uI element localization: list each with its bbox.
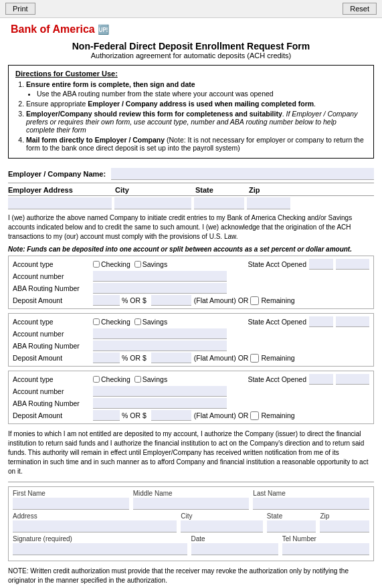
employer-city-input[interactable] xyxy=(114,197,191,209)
sig-address-field: Address xyxy=(13,512,177,532)
middle-name-input[interactable] xyxy=(133,498,250,510)
address-header-row: Employer Address City State Zip xyxy=(8,185,374,196)
reset-button[interactable]: Reset xyxy=(343,3,377,15)
signature-input[interactable] xyxy=(13,543,187,555)
sig-state-input[interactable] xyxy=(267,520,316,532)
checking-checkbox-3[interactable] xyxy=(93,376,100,383)
aba-input-1[interactable] xyxy=(93,283,227,294)
remaining-checkbox-2[interactable] xyxy=(250,354,259,363)
aba-label-3: ABA Routing Number xyxy=(13,399,93,407)
sig-city-label: City xyxy=(181,512,263,520)
acct-num-input-1[interactable] xyxy=(93,271,227,282)
last-name-input[interactable] xyxy=(253,498,369,510)
checking-label-3[interactable]: Checking xyxy=(93,375,130,383)
employer-company-input[interactable] xyxy=(111,168,374,180)
date-input[interactable] xyxy=(191,543,278,555)
top-bar: Print Reset xyxy=(0,0,382,18)
savings-label-3[interactable]: Savings xyxy=(134,375,167,383)
acct-num-input-2[interactable] xyxy=(93,328,227,339)
sig-sig-row: Signature (required) Date Tel Number xyxy=(13,535,369,555)
tel-field: Tel Number xyxy=(282,535,369,555)
savings-text-3: Savings xyxy=(142,375,167,383)
sig-city-input[interactable] xyxy=(181,520,263,532)
sig-zip-field: Zip xyxy=(320,512,369,532)
date-field: Date xyxy=(191,535,278,555)
deposit-dollar-input-1[interactable] xyxy=(151,295,191,306)
aba-input-3[interactable] xyxy=(93,398,227,409)
checking-label-1[interactable]: Checking xyxy=(93,260,130,268)
state-acct-opened-label-1: State Acct Opened xyxy=(248,260,306,268)
checking-checkbox-1[interactable] xyxy=(93,261,100,268)
first-name-input[interactable] xyxy=(13,498,129,510)
tel-input[interactable] xyxy=(282,543,369,555)
deposit-label-1: Deposit Amount xyxy=(13,296,93,304)
divider xyxy=(8,482,374,482)
tel-label: Tel Number xyxy=(282,535,369,543)
acct-num-row-1: Account number xyxy=(13,271,369,282)
account-section-1: Account type Checking Savings State Acct… xyxy=(8,256,374,309)
acct-type-row-2: Account type Checking Savings State Acct… xyxy=(13,316,369,327)
aba-row-3: ABA Routing Number xyxy=(13,398,369,409)
sig-address-label: Address xyxy=(13,512,177,520)
page-content: Directions for Customer Use: Ensure enti… xyxy=(0,65,382,588)
brand-eagle-icon: 🆙 xyxy=(98,24,109,35)
savings-text-2: Savings xyxy=(142,318,167,326)
direction-1-subbullet: Use the ABA routing number from the stat… xyxy=(26,90,367,98)
checking-checkbox-2[interactable] xyxy=(93,318,100,325)
employer-state-input[interactable] xyxy=(194,197,244,209)
sig-name-row: First Name Middle Name Last Name xyxy=(13,490,369,510)
deposit-dollar-input-2[interactable] xyxy=(151,353,191,363)
flat-amount-label-3: (Flat Amount) OR xyxy=(194,411,249,419)
deposit-label-3: Deposit Amount xyxy=(13,411,93,419)
acct-type-checks-2: Checking Savings xyxy=(93,318,248,326)
checking-label-2[interactable]: Checking xyxy=(93,318,130,326)
state-col-header: State xyxy=(195,186,249,194)
acct-num-label-2: Account number xyxy=(13,330,93,338)
direction-item-4: Mail form directly to Employer / Company… xyxy=(26,136,367,152)
direction-item-3: Employer/Company should review this form… xyxy=(26,110,367,134)
deposit-pct-input-1[interactable] xyxy=(93,295,120,306)
deposit-remaining-3: (Flat Amount) OR Remaining xyxy=(194,411,295,420)
brand-name: Bank of America xyxy=(11,23,95,35)
employer-address-input[interactable] xyxy=(8,197,112,209)
state-input-2[interactable] xyxy=(309,316,333,327)
remaining-checkbox-3[interactable] xyxy=(250,411,259,420)
sig-zip-input[interactable] xyxy=(320,520,369,532)
savings-label-1[interactable]: Savings xyxy=(134,260,167,268)
savings-text-1: Savings xyxy=(142,260,167,268)
legal-text: If monies to which I am not entitled are… xyxy=(8,429,374,476)
deposit-pct-input-2[interactable] xyxy=(93,353,120,363)
sig-address-input[interactable] xyxy=(13,520,177,532)
deposit-remaining-2: (Flat Amount) OR Remaining xyxy=(194,354,295,363)
state-input-1[interactable] xyxy=(309,259,333,270)
sig-zip-label: Zip xyxy=(320,512,369,520)
sig-city-field: City xyxy=(181,512,263,532)
acct-num-input-3[interactable] xyxy=(93,386,227,397)
state-input-3[interactable] xyxy=(309,374,333,385)
employer-zip-input[interactable] xyxy=(247,197,290,209)
note-text: Note: Funds can be deposited into one ac… xyxy=(8,246,374,253)
remaining-label-1: Remaining xyxy=(261,296,294,304)
deposit-row-3: Deposit Amount % OR $ (Flat Amount) OR R… xyxy=(13,410,369,421)
acct-type-label-1: Account type xyxy=(13,260,93,268)
deposit-pct-input-3[interactable] xyxy=(93,410,120,421)
remaining-label-3: Remaining xyxy=(261,411,294,419)
opened-input-3[interactable] xyxy=(336,374,369,385)
print-button[interactable]: Print xyxy=(5,3,35,15)
deposit-dollar-input-3[interactable] xyxy=(151,410,191,421)
signature-label: Signature (required) xyxy=(13,535,187,543)
auth-text: I (we) authorize the above named Company… xyxy=(8,213,374,241)
employer-company-label: Employer / Company Name: xyxy=(8,170,106,178)
savings-checkbox-2[interactable] xyxy=(134,318,141,325)
header: Bank of America 🆙 xyxy=(0,18,382,38)
savings-checkbox-3[interactable] xyxy=(134,376,141,383)
direction-1-sub: Use the ABA routing number from the stat… xyxy=(37,90,367,98)
opened-input-2[interactable] xyxy=(336,316,369,327)
savings-checkbox-1[interactable] xyxy=(134,261,141,268)
aba-row-2: ABA Routing Number xyxy=(13,340,369,351)
checking-text-2: Checking xyxy=(101,318,130,326)
savings-label-2[interactable]: Savings xyxy=(134,318,167,326)
opened-input-1[interactable] xyxy=(336,259,369,270)
remaining-checkbox-1[interactable] xyxy=(250,296,259,305)
aba-input-2[interactable] xyxy=(93,340,227,351)
